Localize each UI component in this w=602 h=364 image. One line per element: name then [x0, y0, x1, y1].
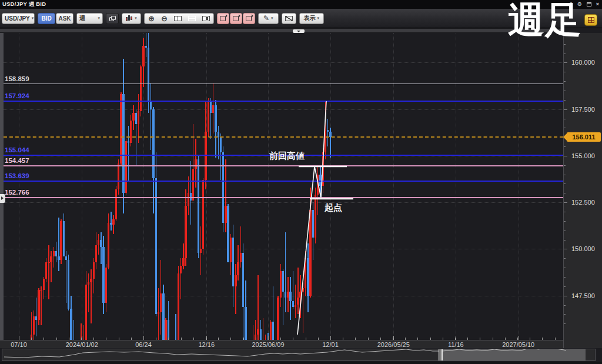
chevron-down-icon: ▾ [98, 16, 100, 21]
x-axis-major-tick [330, 336, 331, 340]
left-panel-expand-tab[interactable] [0, 194, 5, 203]
candle [317, 175, 319, 195]
v-gridline [393, 33, 394, 340]
navigator-handle[interactable] [439, 349, 443, 360]
candle [168, 320, 169, 340]
y-axis-tick [564, 91, 566, 91]
candle-wick [48, 245, 49, 299]
order-tools-group [217, 13, 255, 24]
auto-scale-button[interactable] [185, 14, 199, 24]
y-axis-tick [564, 62, 567, 63]
bid-button[interactable]: BID [38, 13, 55, 24]
y-axis-tick [564, 202, 567, 203]
y-axis-tick [564, 72, 566, 72]
draw-tool-button[interactable]: ✎ ▾ [258, 13, 279, 24]
price-line-label: 153.639 [5, 172, 29, 179]
candle [198, 159, 199, 253]
candle-wick [41, 286, 41, 326]
candle-wick [175, 314, 176, 340]
candle-wick [51, 251, 51, 283]
candle-wick [295, 285, 296, 318]
maximize-icon[interactable] [587, 2, 591, 6]
fit-pane-icon [188, 16, 196, 21]
h-gridline [4, 202, 563, 203]
settings-gear-icon[interactable]: ⚙ [577, 1, 582, 7]
order-tool-button-1[interactable] [217, 13, 229, 24]
candle-wick [235, 264, 236, 315]
annotation-label: 前回高値 [269, 151, 305, 162]
price-line-154.457[interactable] [4, 165, 563, 166]
candle [110, 223, 112, 225]
y-axis-tick [564, 268, 566, 268]
candle [240, 253, 242, 262]
candle [132, 113, 134, 121]
bottom-strip [0, 362, 602, 364]
timeframe-select[interactable]: 週 ▾ [76, 13, 103, 24]
candle [289, 292, 291, 301]
x-axis-label: 12/01 [322, 341, 339, 348]
x-axis-major-tick [456, 336, 456, 340]
candle [50, 256, 52, 262]
candle [210, 102, 212, 113]
y-axis-tick [564, 175, 566, 175]
x-axis-major-tick [143, 336, 144, 340]
v-gridline [82, 33, 82, 340]
price-line-158.859[interactable] [4, 84, 563, 85]
candle [208, 102, 209, 132]
candle [102, 247, 104, 303]
candle [192, 169, 194, 201]
currency-pair-select[interactable]: USD/JPY ▾ [2, 13, 35, 24]
candle [162, 293, 164, 340]
help-icon[interactable]: ? [570, 1, 573, 7]
candle [230, 238, 232, 262]
candle-wick [111, 212, 111, 231]
candle [125, 141, 127, 193]
h-gridline [4, 62, 563, 63]
price-line-153.639[interactable] [4, 181, 563, 182]
candle-wick [91, 269, 91, 323]
price-line-label: 155.044 [5, 146, 29, 153]
chevron-down-icon: ▾ [32, 16, 34, 21]
candlestick-chart[interactable]: 158.859157.924155.044154.457153.639152.7… [4, 33, 563, 340]
y-axis-tick [564, 314, 566, 315]
overlap-squares-icon [109, 16, 116, 21]
candle-wick [58, 218, 59, 272]
candle [70, 309, 72, 340]
time-axis[interactable]: 07/102024/01/0206/2412/162025/06/0912/01… [0, 340, 563, 348]
y-axis-tick [564, 119, 566, 119]
candle [227, 206, 229, 262]
ask-button[interactable]: ASK [56, 13, 73, 24]
display-menu-button[interactable]: 表示 ▾ [299, 13, 324, 24]
chart-layout-button[interactable] [584, 14, 597, 26]
pane-split-button[interactable] [171, 14, 185, 24]
bid-ask-toggle: BID ASK [38, 13, 73, 24]
order-tool-button-2[interactable] [230, 13, 242, 24]
current-price-badge: 156.011 [567, 132, 601, 142]
chart-type-button[interactable]: ▾ [122, 13, 141, 24]
indicator-button[interactable] [282, 13, 296, 24]
navigator-selected-window[interactable] [443, 349, 586, 360]
order-tool-button-3[interactable] [243, 13, 255, 24]
history-navigator[interactable] [2, 349, 596, 361]
h-gridline [4, 109, 563, 110]
candle [108, 223, 109, 268]
close-icon[interactable]: × [596, 1, 599, 7]
candle [282, 271, 284, 292]
compare-symbol-button[interactable] [106, 13, 119, 24]
candle [88, 282, 89, 284]
candle [58, 256, 59, 260]
candle [63, 221, 65, 256]
price-axis[interactable]: 160.000157.500155.000152.500150.000147.5… [563, 33, 602, 348]
currency-pair-value: USD/JPY [5, 15, 30, 22]
timeframe-value: 週 [79, 14, 85, 22]
price-line-152.766[interactable] [4, 197, 563, 198]
candle [118, 163, 119, 189]
price-line-157.924[interactable] [4, 101, 563, 102]
candle [212, 105, 214, 113]
grid-icon [588, 17, 594, 23]
zoom-out-button[interactable]: ⊖ [158, 14, 170, 24]
zoom-in-button[interactable]: ⊕ [145, 14, 158, 24]
candle [152, 109, 154, 178]
x-axis-label: 2025/06/09 [252, 341, 284, 348]
scroll-to-latest-button[interactable] [199, 14, 213, 24]
